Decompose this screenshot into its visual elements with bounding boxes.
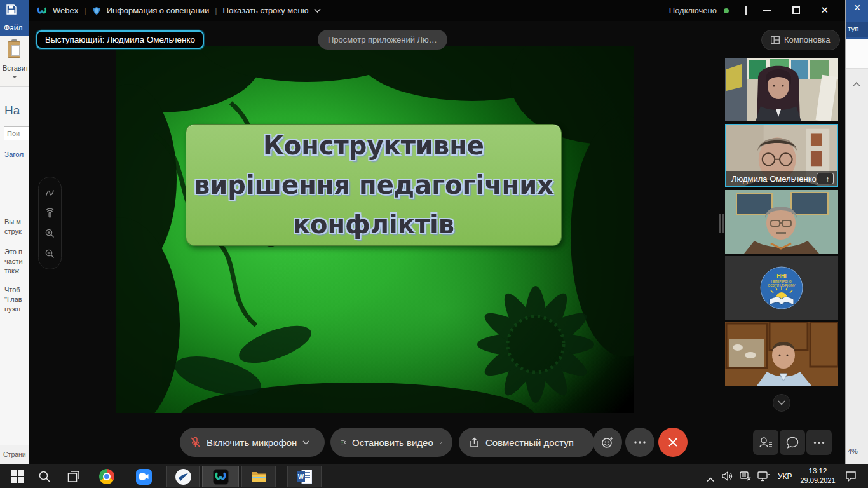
paste-dropdown-caret[interactable] (12, 76, 17, 81)
close-icon (667, 437, 679, 448)
chat-panel-button[interactable] (780, 430, 805, 455)
view-apps-button[interactable]: Просмотр приложений Лю… (318, 30, 447, 50)
nav-text-line: "Глав (4, 295, 22, 303)
word-share-button-fragment[interactable]: туп (846, 22, 868, 37)
ellipsis-icon (813, 441, 825, 444)
volume-button[interactable] (722, 471, 734, 484)
minimize-button[interactable] (763, 10, 771, 11)
slide-title-line: конфліктів (186, 205, 561, 244)
action-center-button[interactable] (845, 471, 857, 484)
svg-text:W: W (298, 473, 304, 480)
ellipsis-icon (634, 440, 646, 444)
close-button[interactable]: ✕ (820, 5, 829, 15)
word-file-tab[interactable]: Файл (4, 24, 23, 32)
participant-video-5[interactable] (725, 322, 838, 386)
taskbar-clock[interactable]: 13:12 29.09.2021 (796, 466, 840, 487)
windows-logo-icon (11, 470, 24, 483)
share-status-icon: ↑ (817, 173, 834, 184)
participant-5-video-feed (725, 322, 838, 386)
navigation-heading: На (4, 104, 20, 118)
nav-text-line: части (4, 257, 23, 265)
taskbar-zoom-app[interactable] (130, 466, 158, 487)
participant-video-1[interactable] (725, 58, 838, 121)
desktop: Файл Вставить На Пои Загол Вы м струк Эт… (0, 0, 868, 488)
mic-button[interactable]: Включить микрофон (180, 428, 325, 457)
taskbar-webex-active[interactable] (202, 466, 239, 487)
chat-icon (786, 437, 799, 449)
app-title: Webex (53, 6, 78, 15)
mic-off-icon (190, 437, 201, 449)
taskbar-file-explorer[interactable] (241, 466, 276, 487)
taskbar-chrome[interactable] (93, 466, 121, 487)
chevron-down-icon[interactable] (302, 440, 309, 445)
windows-taskbar: W (0, 464, 868, 488)
titlebar-separator (745, 6, 747, 15)
paste-button[interactable]: Вставить (3, 64, 32, 72)
show-menu-toggle[interactable]: Показать строку меню (223, 6, 309, 15)
language-indicator[interactable]: УКР (778, 472, 792, 481)
reactions-button[interactable] (593, 428, 622, 457)
chevron-down-icon[interactable] (314, 8, 321, 13)
start-button[interactable] (5, 466, 31, 487)
logo-text-top: ННІ (776, 273, 787, 279)
more-options-button[interactable] (625, 428, 654, 457)
layout-button[interactable]: Компоновка (761, 30, 840, 50)
taskbar-word[interactable]: W (287, 466, 322, 487)
chevron-down-icon[interactable] (439, 440, 442, 445)
video-camera-icon (341, 438, 346, 447)
chevron-down-icon (778, 400, 785, 405)
more-panels-button[interactable] (806, 430, 832, 455)
zoom-out-icon[interactable] (44, 248, 55, 259)
task-view-button[interactable] (61, 466, 86, 487)
scroll-up-arrow[interactable] (853, 81, 860, 86)
taskbar-bird-app[interactable] (166, 466, 200, 487)
slide-title-line: вирішення педагогічних (186, 165, 561, 205)
nav-text-line: Вы м (4, 218, 21, 226)
zoom-in-icon[interactable] (44, 228, 55, 239)
annotation-toolbar (38, 177, 62, 269)
word-close-button[interactable]: ✕ (846, 3, 868, 13)
taskbar-search-button[interactable] (32, 466, 57, 487)
input-indicator-icon[interactable] (740, 471, 752, 484)
share-button[interactable]: Совместный доступ (459, 428, 594, 457)
webex-app-icon (213, 469, 229, 485)
filmstrip-resize-handle[interactable] (719, 214, 724, 233)
maximize-button[interactable] (792, 6, 800, 14)
chrome-icon (99, 469, 114, 484)
speaker-icon (722, 471, 734, 482)
word-window-left-edge: Файл Вставить На Пои Загол Вы м струк Эт… (0, 0, 29, 464)
file-explorer-icon (251, 470, 266, 483)
word-navigation-pane: На Пои Загол Вы м струк Это п части такж… (0, 87, 29, 445)
meeting-info-button[interactable]: Информация о совещании (107, 6, 210, 15)
slide-title-line: Конструктивне (186, 126, 561, 165)
participants-panel-button[interactable] (753, 430, 778, 455)
taskbar-separator (283, 468, 283, 485)
participant-4-avatar: ННІ НЕПЕРЕРВНОЇ ОСВІТИ І ТУРИЗМУ (725, 256, 838, 320)
participant-video-3[interactable] (725, 190, 838, 254)
word-statusbar: Страни (0, 445, 29, 464)
network-icon[interactable] (757, 471, 770, 484)
connection-status: Подключено (669, 6, 717, 15)
word-zoom-level: 4% (848, 447, 858, 455)
active-speaker-label: Выступающий: Людмила Омельченко (36, 30, 204, 49)
leave-meeting-button[interactable] (658, 428, 688, 457)
clock-time: 13:12 (796, 466, 840, 476)
annotate-icon[interactable] (44, 187, 55, 198)
word-ribbon: Вставить (0, 36, 29, 87)
headings-tab[interactable]: Загол (4, 151, 24, 158)
video-button[interactable]: Остановить видео (330, 428, 452, 457)
clock-date: 29.09.2021 (796, 476, 840, 485)
nav-text-line: нужн (4, 305, 20, 313)
hidden-icons-button[interactable] (707, 473, 714, 485)
word-window-right-edge: ✕ туп 4% (845, 0, 868, 464)
participant-video-active[interactable]: Людмила Омельченко ↑ (725, 124, 838, 187)
save-icon[interactable] (6, 4, 17, 15)
webex-logo-icon (37, 6, 47, 16)
task-view-icon (67, 470, 80, 483)
nav-text-line: струк (4, 227, 22, 235)
word-titlebar-right: ✕ туп (846, 0, 868, 39)
participant-video-4[interactable]: ННІ НЕПЕРЕРВНОЇ ОСВІТИ І ТУРИЗМУ (725, 256, 838, 320)
webex-titlebar: Webex | Информация о совещании | Показат… (29, 0, 845, 21)
pointer-icon[interactable] (44, 208, 55, 219)
filmstrip-scroll-down-button[interactable] (773, 394, 790, 412)
